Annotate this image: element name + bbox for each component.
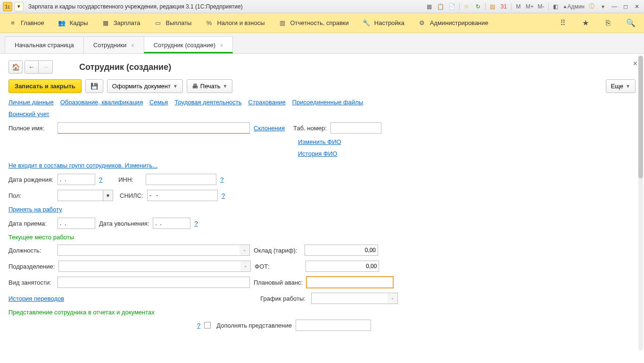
link-transfers[interactable]: История переводов	[8, 295, 64, 302]
tab-new-employee[interactable]: Сотрудник (создание)×	[144, 36, 233, 53]
clipboard-icon[interactable]: ⎘	[603, 18, 613, 28]
info-icon[interactable]: ⓘ	[587, 2, 596, 11]
label-full-name: Полное имя:	[8, 125, 54, 132]
advance-input[interactable]	[306, 277, 393, 288]
label-tab-no: Таб. номер:	[293, 125, 327, 132]
menu-payments[interactable]: ▭Выплаты	[154, 19, 192, 27]
app-icon[interactable]: 1c	[3, 2, 12, 11]
label-position: Должность:	[8, 247, 54, 254]
percent-icon: %	[205, 19, 213, 27]
create-doc-button[interactable]: Оформить документ▼	[107, 79, 183, 93]
mem-m[interactable]: M	[514, 2, 523, 11]
history-icon[interactable]: ↻	[474, 2, 482, 11]
full-name-input[interactable]	[58, 122, 250, 134]
star-icon[interactable]: ★	[581, 18, 590, 28]
toolbar-icon-2[interactable]: 📋	[437, 2, 445, 11]
link-education[interactable]: Образование, квалификация	[60, 99, 143, 106]
user-label[interactable]: ▲Админ	[563, 2, 585, 11]
tab-start[interactable]: Начальная страница	[5, 36, 84, 53]
link-declensions[interactable]: Склонения	[254, 125, 285, 132]
scrollbar-thumb[interactable]	[638, 56, 643, 178]
table-icon: ▦	[101, 19, 110, 27]
home-button[interactable]: 🏠	[8, 60, 23, 74]
menu-settings[interactable]: 🔧Настройка	[362, 19, 405, 27]
department-input[interactable]	[58, 261, 240, 272]
save-close-button[interactable]: Записать и закрыть	[8, 79, 82, 93]
link-files[interactable]: Присоединенные файлы	[292, 99, 363, 106]
link-military[interactable]: Воинский учет	[8, 110, 50, 118]
main-menu: ≡Главное 👥Кадры ▦Зарплата ▭Выплаты %Нало…	[0, 13, 644, 33]
menu-personnel[interactable]: 👥Кадры	[58, 19, 88, 27]
fire-date-input[interactable]	[153, 218, 190, 229]
link-hire[interactable]: Принять на работу	[8, 206, 62, 213]
favorite-icon[interactable]: ☆	[462, 2, 471, 11]
info-dropdown[interactable]: ▾	[599, 2, 607, 11]
dropdown-icon[interactable]: ▾	[14, 2, 24, 11]
birth-date-input[interactable]	[58, 174, 95, 185]
supplement-checkbox[interactable]	[204, 322, 211, 329]
section-representation: Представление сотрудника в отчетах и док…	[8, 309, 636, 316]
save-button[interactable]: 💾	[85, 79, 103, 93]
panel-icon[interactable]: ◧	[552, 2, 560, 11]
apps-icon[interactable]: ⠿	[558, 18, 568, 28]
snils-input[interactable]	[147, 190, 218, 201]
link-change-fio[interactable]: Изменить ФИО	[298, 138, 341, 145]
calc-icon[interactable]: ▤	[488, 2, 497, 11]
maximize-icon[interactable]: ◻	[621, 2, 630, 11]
link-groups[interactable]: Не входит в составы групп сотрудников. И…	[8, 162, 157, 169]
doc-icon: ▥	[278, 19, 287, 27]
menu-reports[interactable]: ▥Отчетность, справки	[278, 19, 349, 27]
label-supplement: Дополнять представление	[216, 322, 292, 329]
position-input[interactable]	[58, 245, 239, 256]
calendar-icon[interactable]: 31	[500, 2, 508, 11]
page-close-icon[interactable]: ×	[633, 59, 637, 68]
picker-icon[interactable]: ▫	[388, 293, 398, 304]
chevron-down-icon[interactable]: ▼	[103, 190, 113, 201]
salary-input[interactable]	[305, 245, 378, 256]
tab-close-icon[interactable]: ×	[131, 42, 134, 48]
menu-taxes[interactable]: %Налоги и взносы	[205, 19, 264, 27]
menu-salary[interactable]: ▦Зарплата	[101, 19, 140, 27]
back-button[interactable]: ←	[25, 60, 39, 74]
link-history-fio[interactable]: История ФИО	[298, 150, 337, 157]
tab-no-input[interactable]	[330, 122, 381, 134]
toolbar-icon-1[interactable]: ▦	[425, 2, 434, 11]
mem-mplus[interactable]: M+	[526, 2, 534, 11]
employment-input[interactable]	[58, 277, 250, 288]
forward-button[interactable]: →	[39, 60, 53, 74]
label-gender: Пол:	[8, 192, 54, 199]
fot-input[interactable]	[305, 261, 379, 272]
menu-main[interactable]: ≡Главное	[8, 19, 44, 27]
label-employment: Вид занятости:	[8, 279, 54, 286]
wrench-icon: 🔧	[362, 19, 371, 27]
help-firedate[interactable]: ?	[194, 220, 198, 227]
inn-input[interactable]	[146, 174, 216, 185]
more-button[interactable]: Еще▼	[606, 79, 636, 93]
link-labor[interactable]: Трудовая деятельность	[174, 99, 241, 106]
help-birthdate[interactable]: ?	[99, 176, 102, 183]
link-family[interactable]: Семья	[149, 99, 168, 106]
toolbar-icon-3[interactable]: 📄	[448, 2, 456, 11]
help-snils[interactable]: ?	[222, 192, 225, 199]
gender-input[interactable]	[58, 190, 103, 201]
link-insurance[interactable]: Страхование	[248, 99, 286, 106]
picker-icon[interactable]: ▫	[239, 245, 250, 256]
picker-icon[interactable]: ▫	[240, 261, 251, 272]
help-representation[interactable]: ?	[197, 322, 200, 329]
label-snils: СНИЛС:	[120, 192, 143, 199]
tab-close-icon[interactable]: ×	[220, 42, 223, 48]
menu-admin[interactable]: ⚙Администрирование	[418, 19, 488, 27]
tab-employees[interactable]: Сотрудники×	[83, 36, 144, 53]
schedule-input[interactable]	[311, 293, 388, 304]
minimize-icon[interactable]: —	[610, 2, 619, 11]
representation-input[interactable]	[296, 320, 371, 331]
mem-mminus[interactable]: M-	[537, 2, 545, 11]
close-icon[interactable]: ✕	[633, 2, 641, 11]
gender-select[interactable]: ▼	[58, 190, 113, 201]
hire-date-input[interactable]	[58, 218, 95, 229]
section-links: Личные данные Образование, квалификация …	[8, 99, 636, 106]
help-inn[interactable]: ?	[220, 176, 223, 183]
print-button[interactable]: 🖶Печать▼	[187, 79, 233, 93]
search-icon[interactable]: 🔍	[626, 18, 636, 28]
link-personal[interactable]: Личные данные	[8, 99, 54, 106]
